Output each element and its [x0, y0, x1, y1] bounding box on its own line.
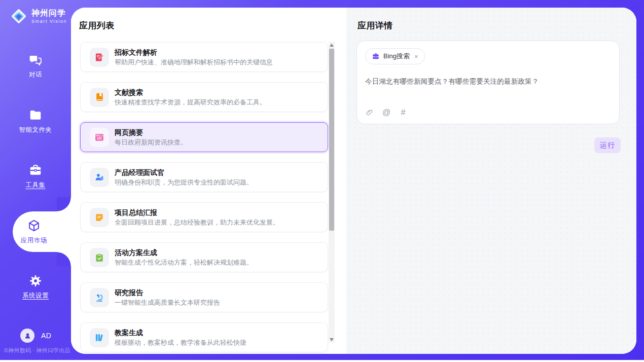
scroll-up-icon[interactable] — [329, 42, 335, 48]
sidebar-item-label: 应用市场 — [21, 236, 47, 245]
app-card-title: 产品经理面试官 — [115, 167, 253, 178]
sidebar-item-label: 工具集 — [26, 181, 46, 190]
app-card-title: 教案生成 — [115, 328, 246, 338]
sidebar: 神州问学 Smart Vision 对话 智能文件夹 工具集 应用市场 系统设置… — [0, 0, 71, 360]
app-list-panel: 应用列表 招标文件解析 帮助用户快速、准确地理解和解析招标书中的关键信息 文献搜… — [71, 8, 346, 354]
note-icon — [90, 208, 109, 227]
books-icon — [90, 328, 109, 347]
app-card-title: 网页摘要 — [115, 127, 187, 138]
prompt-input[interactable]: 今日湖北有哪些新闻要点？有哪些需要关注的最新政策？ — [365, 77, 611, 86]
app-card[interactable]: 教案生成 模板驱动，教案秒成，教学准备从此轻松快捷 — [80, 322, 328, 352]
app-card-desc: 明确身份和职责，为您提供专业性的面试问题。 — [115, 178, 253, 188]
app-card-title: 活动方案生成 — [115, 247, 253, 258]
app-card-title: 招标文件解析 — [115, 47, 273, 58]
hash-icon[interactable]: # — [399, 108, 408, 117]
sidebar-item-app-market[interactable]: 应用市场 — [13, 211, 71, 252]
user-name: AD — [41, 332, 51, 340]
avatar — [20, 329, 34, 343]
app-card-title: 文献搜索 — [115, 87, 266, 98]
app-card-title: 研究报告 — [115, 287, 220, 298]
prompt-card: Bing搜索 × 今日湖北有哪些新闻要点？有哪些需要关注的最新政策？ @# — [356, 41, 620, 124]
paperclip-icon[interactable] — [365, 108, 374, 117]
scrollbar-thumb[interactable] — [329, 49, 334, 231]
sidebar-item-label: 对话 — [29, 70, 42, 79]
scroll-down-icon[interactable] — [329, 337, 335, 343]
sidebar-item-chat[interactable]: 对话 — [0, 46, 71, 86]
app-detail-title: 应用详情 — [357, 20, 393, 31]
sidebar-item-smart-folder[interactable]: 智能文件夹 — [0, 101, 71, 141]
app-card-desc: 智能生成个性化活动方案，轻松解决规划难题。 — [115, 258, 253, 268]
app-detail-panel: 应用详情 Bing搜索 × 今日湖北有哪些新闻要点？有哪些需要关注的最新政策？ … — [346, 8, 636, 354]
sidebar-nav: 对话 智能文件夹 工具集 应用市场 系统设置 — [0, 46, 71, 307]
composer-toolbar: @# — [365, 108, 408, 117]
run-button[interactable]: 运行 — [594, 137, 621, 153]
chip-close-icon[interactable]: × — [414, 53, 418, 60]
app-list-title: 应用列表 — [79, 20, 115, 31]
app-card[interactable]: 网页摘要 每日政府新闻资讯快查。 — [80, 122, 328, 152]
app-card-title: 项目总结汇报 — [115, 207, 279, 218]
app-card-list: 招标文件解析 帮助用户快速、准确地理解和解析招标书中的关键信息 文献搜索 快速精… — [80, 42, 328, 352]
app-card-desc: 帮助用户快速、准确地理解和解析招标书中的关键信息 — [115, 58, 273, 67]
doc-edit-icon — [90, 48, 109, 67]
interviewer-icon — [90, 168, 109, 187]
app-card[interactable]: 文献搜索 快速精准查找学术资源，提高研究效率的必备工具。 — [80, 82, 328, 112]
toolbox-icon — [29, 164, 42, 177]
book-icon — [90, 88, 109, 107]
app-frame: 神州问学 Smart Vision 对话 智能文件夹 工具集 应用市场 系统设置… — [0, 0, 644, 360]
app-card-desc: 模板驱动，教案秒成，教学准备从此轻松快捷 — [115, 338, 246, 348]
app-card[interactable]: 招标文件解析 帮助用户快速、准确地理解和解析招标书中的关键信息 — [80, 42, 328, 72]
cube-icon — [27, 219, 41, 232]
main-content: 应用列表 招标文件解析 帮助用户快速、准确地理解和解析招标书中的关键信息 文献搜… — [71, 8, 636, 354]
briefcase-icon — [372, 52, 380, 60]
copyright-text: ©神州数码 · 神州问学出品 — [4, 347, 71, 354]
app-card[interactable]: 研究报告 一键智能生成高质量长文本研究报告 — [80, 282, 328, 312]
app-card-desc: 一键智能生成高质量长文本研究报告 — [115, 298, 220, 308]
app-card[interactable]: 项目总结汇报 全面回顾项目进展，总结经验教训，助力未来优化发展。 — [80, 202, 328, 232]
logo-diamond-icon — [10, 7, 28, 25]
tool-chip[interactable]: Bing搜索 × — [365, 48, 425, 64]
app-card-desc: 全面回顾项目进展，总结经验教训，助力未来优化发展。 — [115, 218, 279, 228]
app-card[interactable]: 活动方案生成 智能生成个性化活动方案，轻松解决规划难题。 — [80, 242, 328, 272]
app-card-desc: 快速精准查找学术资源，提高研究效率的必备工具。 — [115, 98, 266, 107]
chat-icon — [29, 53, 42, 66]
brand-name: 神州问学 — [31, 9, 67, 18]
brand-subtitle: Smart Vision — [31, 19, 67, 24]
app-card[interactable]: 产品经理面试官 明确身份和职责，为您提供专业性的面试问题。 — [80, 162, 328, 192]
gear-icon — [29, 274, 42, 287]
sidebar-item-settings[interactable]: 系统设置 — [0, 267, 71, 307]
user-row[interactable]: AD — [20, 329, 51, 343]
user-icon — [24, 332, 31, 340]
clipboard-check-icon — [90, 248, 109, 267]
sidebar-item-label: 智能文件夹 — [19, 126, 52, 134]
sidebar-item-toolset[interactable]: 工具集 — [0, 156, 71, 197]
app-card-desc: 每日政府新闻资讯快查。 — [115, 138, 187, 148]
at-icon[interactable]: @ — [382, 108, 391, 117]
scrollbar[interactable] — [329, 42, 335, 343]
web-code-icon — [90, 128, 109, 147]
sidebar-item-label: 系统设置 — [22, 292, 49, 300]
brand-logo: 神州问学 Smart Vision — [10, 7, 67, 25]
folder-icon — [29, 108, 42, 122]
tool-chip-label: Bing搜索 — [383, 52, 410, 61]
microscope-icon — [90, 288, 109, 307]
